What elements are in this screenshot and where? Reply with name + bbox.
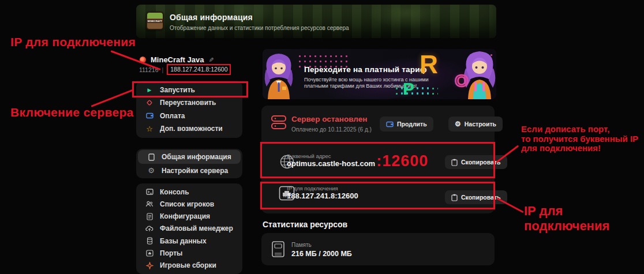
page-title: Общая информация (170, 13, 349, 22)
page-header-text: Общая информация Отображение данных и ст… (170, 13, 349, 31)
server-name-row: MineCraft Java ✎ (140, 55, 214, 64)
sidebar-tools-card: Консоль Список игроков Конфигурация Файл… (136, 183, 242, 274)
annotation-left: Включение сервера (10, 106, 134, 119)
sidebar-item-overview[interactable]: Общая информация (138, 150, 241, 164)
annotation-line-address (496, 145, 519, 163)
extend-button-label: Продлить (397, 121, 427, 127)
annotation-right-block: Если дописать порт, то получится буквенн… (521, 125, 638, 153)
page-header: MINECRAFT Общая информация Отображение д… (136, 5, 496, 38)
extend-button[interactable]: Продлить (380, 117, 433, 132)
annotation-line-ip (496, 197, 523, 213)
sidebar-item-label: Оплата (160, 112, 185, 120)
annotation-rect-address-row (260, 142, 495, 178)
ram-icon (271, 241, 285, 258)
sidebar-item-configuration[interactable]: Конфигурация (136, 211, 242, 223)
sidebar-item-file-manager[interactable]: Файловый менеджер (136, 223, 242, 235)
configure-button[interactable]: ⚙ Настроить (448, 117, 503, 132)
sidebar-item-databases[interactable]: Базы данных (136, 235, 242, 247)
console-icon (145, 188, 153, 196)
memory-card: Память 216 МБ / 2000 МБ (261, 233, 495, 265)
sidebar-item-label: Порты (160, 249, 182, 257)
sidebar-item-label: Игровые сборки (160, 261, 216, 269)
players-icon (145, 200, 153, 208)
edit-icon[interactable]: ✎ (208, 57, 215, 62)
sidebar-item-label: Общая информация (162, 153, 231, 161)
gear-icon: ⚙ (455, 121, 461, 127)
sidebar-item-label: Настройки сервера (162, 167, 228, 175)
annotation-right-line1: Если дописать порт, (521, 125, 638, 134)
promo-banner[interactable]: Переходите на платный тариф Почувствуйте… (263, 49, 496, 99)
sidebar-item-ports[interactable]: Порты (136, 247, 242, 259)
cloud-icon (145, 224, 153, 232)
sidebar-nav-card: Общая информация ⚙ Настройки сервера (136, 149, 242, 178)
annotation-top-left: IP для подключения (10, 35, 136, 49)
memory-label: Память (291, 242, 312, 248)
sidebar-item-label: Переустановить (160, 99, 216, 107)
id-separator: | (162, 66, 163, 73)
payment-icon (386, 121, 394, 127)
annotation-rect-ip-row (260, 182, 495, 209)
sidebar-item-label: Файловый менеджер (160, 224, 233, 232)
sidebar-item-label: Консоль (160, 188, 189, 196)
server-state: Сервер остановлен (291, 115, 367, 123)
gear-icon: ⚙ (147, 167, 155, 175)
annotation-bottom-right: IP для подключения (524, 204, 644, 234)
server-name: MineCraft Java (151, 55, 204, 64)
sidebar-item-console[interactable]: Консоль (136, 186, 242, 198)
sidebar-item-game-builds[interactable]: Игровые сборки (136, 260, 242, 272)
database-icon (145, 237, 153, 245)
server-ip[interactable]: 188.127.241.8:12600 (167, 64, 231, 75)
annotation-right-line2: то получится буквенный IP (521, 134, 638, 144)
ports-icon (145, 249, 153, 257)
document-icon (147, 153, 155, 161)
page-subtitle: Отображение данных и статистики потребле… (170, 25, 349, 31)
promo-title: Переходите на платный тариф (304, 65, 427, 74)
anime-girl-left (263, 52, 296, 99)
promo-letter-o: O (455, 71, 468, 91)
page: MINECRAFT Общая информация Отображение д… (0, 0, 644, 274)
sidebar-item-label: Доп. возможности (160, 125, 223, 133)
promo-letter-r: R (420, 50, 438, 79)
sidebar-item-players[interactable]: Список игроков (136, 198, 242, 210)
annotation-rect-start-button (132, 81, 248, 97)
stats-heading: Статистика ресурсов (263, 220, 347, 229)
paid-until: Оплачено до 10.11.2025 (6 д.) (291, 126, 372, 133)
payment-icon (145, 112, 153, 120)
promo-letter-p: P (403, 79, 414, 99)
builds-icon (145, 261, 153, 269)
sidebar-item-reinstall[interactable]: Переустановить (136, 96, 242, 109)
config-icon (145, 212, 153, 220)
reinstall-icon (145, 99, 153, 107)
annotation-line-start (91, 89, 133, 107)
memory-value: 216 МБ / 2000 МБ (291, 250, 352, 258)
star-icon: ☆ (145, 125, 153, 133)
sidebar-item-extras[interactable]: ☆ Доп. возможности (136, 122, 242, 135)
annotation-right-line3: для подключения! (521, 144, 638, 153)
sidebar-item-label: Базы данных (160, 237, 207, 245)
minecraft-logo-icon: MINECRAFT (146, 12, 164, 30)
sidebar-item-payment[interactable]: Оплата (136, 110, 242, 122)
sidebar-item-label: Список игроков (160, 200, 214, 208)
server-rack-icon (271, 114, 287, 132)
sidebar-item-server-settings[interactable]: ⚙ Настройки сервера (138, 164, 241, 177)
sidebar-item-label: Конфигурация (160, 212, 210, 220)
minecraft-logo-label: MINECRAFT (147, 19, 163, 23)
configure-button-label: Настроить (465, 121, 496, 127)
